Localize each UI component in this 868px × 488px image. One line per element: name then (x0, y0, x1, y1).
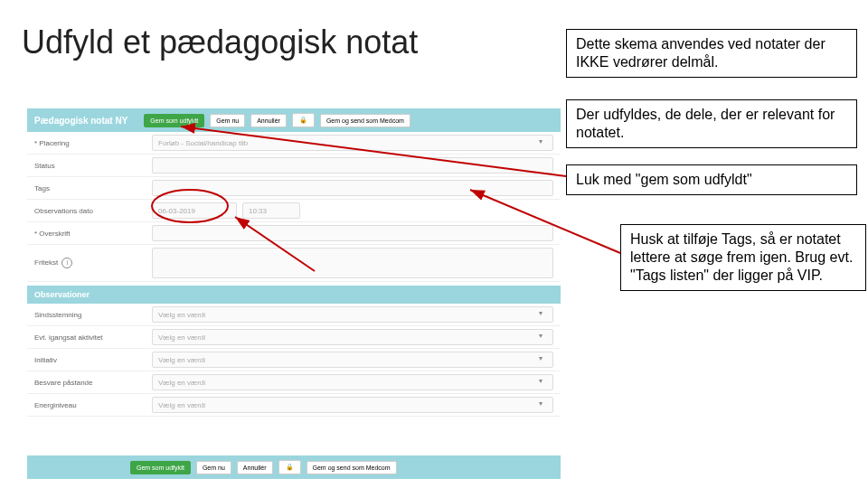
info-box-1: Dette skema anvendes ved notater der IKK… (566, 29, 857, 78)
obs-date-input[interactable]: 06-03-2019 (152, 202, 237, 219)
row-fritekst: Fritekst i (27, 245, 561, 282)
aktivitet-select[interactable]: Vælg en værdi (152, 329, 553, 345)
info-icon: i (61, 258, 72, 268)
page-title: Udfyld et pædagogisk notat (22, 23, 418, 61)
placering-select[interactable]: Forløb - Social/handicap tilb (152, 135, 553, 151)
row-aktivitet: Evt. igangsat aktivitet Vælg en værdi (27, 326, 561, 349)
cancel-button[interactable]: Annullér (250, 114, 287, 127)
save-filled-button-bottom[interactable]: Gem som udfyldt (130, 461, 191, 474)
section-observations: Observationer (27, 286, 561, 304)
initiativ-label: Initiativ (27, 356, 152, 364)
placering-label: * Placering (27, 139, 152, 147)
form-footer-bar: Gem som udfyldt Gem nu Annullér 🔒 Gem og… (27, 455, 561, 479)
fritekst-textarea[interactable] (152, 248, 553, 278)
row-tags: Tags (27, 177, 561, 200)
save-send-button[interactable]: Gem og send som Medcom (320, 114, 410, 127)
form-header-bar: Pædagogisk notat NY Gem som udfyldt Gem … (27, 108, 561, 132)
besvare-select[interactable]: Vælg en værdi (152, 374, 553, 390)
fritekst-label: Fritekst i (27, 258, 152, 268)
lock-icon-bottom[interactable]: 🔒 (278, 460, 301, 474)
row-besvare: Besvare påstande Vælg en værdi (27, 371, 561, 394)
lock-icon[interactable]: 🔒 (292, 113, 315, 127)
form-screenshot: Pædagogisk notat NY Gem som udfyldt Gem … (27, 108, 561, 479)
energi-select[interactable]: Vælg en værdi (152, 397, 553, 413)
row-energi: Energiniveau Vælg en værdi (27, 394, 561, 417)
row-status: Status (27, 155, 561, 177)
info-box-3: Luk med "gem som udfyldt" (566, 164, 857, 195)
row-overskrift: * Overskrift (27, 222, 561, 245)
aktivitet-label: Evt. igangsat aktivitet (27, 333, 152, 342)
save-send-button-bottom[interactable]: Gem og send som Medcom (307, 461, 397, 474)
row-initiativ: Initiativ Vælg en værdi (27, 349, 561, 371)
energi-label: Energiniveau (27, 401, 152, 409)
obs-time-input[interactable]: 10:33 (242, 202, 300, 219)
row-placering: * Placering Forløb - Social/handicap til… (27, 132, 561, 155)
save-filled-button[interactable]: Gem som udfyldt (144, 114, 204, 127)
info-box-4: Husk at tilføje Tags, så er notatet lett… (620, 224, 866, 291)
row-obsdato: Observations dato 06-03-2019 10:33 (27, 200, 561, 222)
form-header-title: Pædagogisk notat NY (34, 116, 127, 126)
row-sindsstemning: Sindsstemning Vælg en værdi (27, 304, 561, 326)
status-input[interactable] (152, 157, 553, 174)
tags-input[interactable] (152, 180, 553, 196)
besvare-label: Besvare påstande (27, 379, 152, 387)
sindsstemning-select[interactable]: Vælg en værdi (152, 306, 553, 323)
status-label: Status (27, 162, 152, 170)
overskrift-input[interactable] (152, 225, 553, 241)
initiativ-select[interactable]: Vælg en værdi (152, 352, 553, 368)
save-now-button-bottom[interactable]: Gem nu (196, 461, 231, 474)
overskrift-label: * Overskrift (27, 230, 152, 238)
cancel-button-bottom[interactable]: Annullér (237, 461, 273, 474)
info-box-2: Der udfyldes, de dele, der er relevant f… (566, 99, 857, 148)
tags-label: Tags (27, 184, 152, 192)
sindsstemning-label: Sindsstemning (27, 311, 152, 319)
obsdato-label: Observations dato (27, 207, 152, 215)
save-now-button[interactable]: Gem nu (210, 114, 245, 127)
